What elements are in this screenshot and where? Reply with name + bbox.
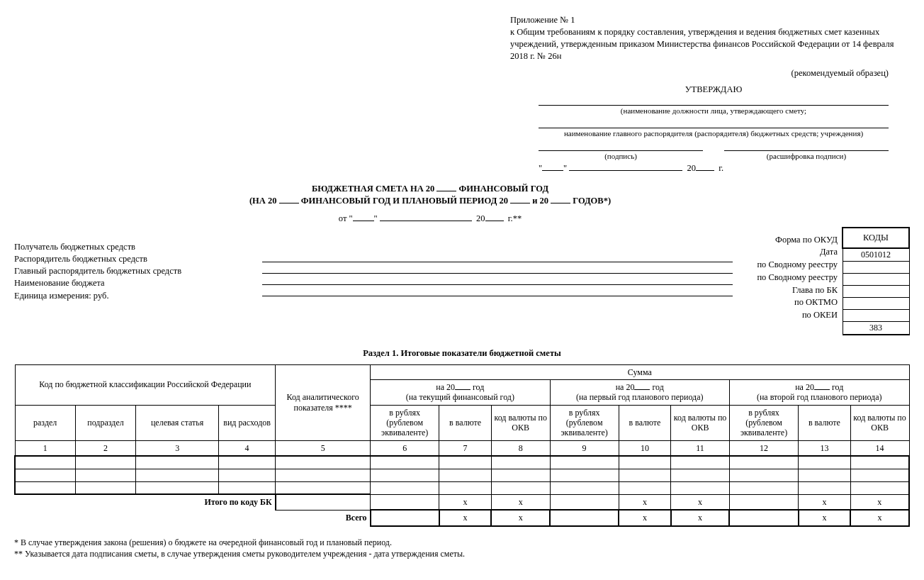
footnote-1: * В случае утверждения закона (решения) … [14,537,910,549]
colnum: 11 [671,440,730,456]
unit-label: Единица измерения: руб. [14,290,262,302]
approve-date-row: "" 20 г. [539,163,889,174]
colnum: 3 [136,440,219,456]
main-disposer-label: Главный распорядитель бюджетных средств [14,265,262,277]
disposer-label: Распорядитель бюджетных средств [14,253,262,265]
recommended-label: (рекомендуемый образец) [14,68,889,79]
budget-name-label: Наименование бюджета [14,277,262,289]
section1-title: Раздел 1. Итоговые показатели бюджетной … [14,348,910,359]
colnum: 5 [276,440,371,456]
doc-date: от "" 20 г.** [35,213,825,224]
h-year1: на 20 год(на текущий финансовый год) [371,379,550,405]
c-val1: в валюте [439,405,492,440]
code-sv1 [843,273,909,285]
appendix-line2: к Общим требованиям к порядку составлени… [510,26,910,62]
colnum: 7 [439,440,492,456]
document-title: БЮДЖЕТНАЯ СМЕТА НА 20 ФИНАНСОВЫЙ ГОД (НА… [35,184,825,224]
meta-left-labels: Получатель бюджетных средств Распорядите… [14,227,262,302]
colnum: 1 [15,440,75,456]
codes-header: КОДЫ [843,228,909,248]
code-date [843,261,909,273]
code-oktmo [843,309,909,321]
meta-fill-lines [262,227,733,296]
c-rub1: в рублях (рублевом эквиваленте) [371,405,439,440]
approve-hint2: наименование главного распорядителя (рас… [539,128,889,138]
colnum: 14 [850,440,909,456]
colnum: 6 [371,440,439,456]
colnum: 9 [550,440,619,456]
footnotes: * В случае утверждения закона (решения) … [14,537,910,561]
c-cs: целевая статья [136,405,219,440]
decode-hint: (расшифровка подписи) [724,151,889,160]
c-okv3: код валюты по ОКВ [850,405,909,440]
signature-hint: (подпись) [539,151,703,160]
colnum: 13 [799,440,851,456]
approve-block: УТВЕРЖДАЮ (наименование должности лица, … [539,84,889,174]
colnum: 2 [75,440,135,456]
code-okud: 0501012 [843,248,909,262]
h-year2: на 20 год(на первый год планового период… [550,379,729,405]
appendix-block: Приложение № 1 к Общим требованиям к пор… [510,14,910,62]
c-podrazdel: подраздел [75,405,135,440]
h-kbk: Код по бюджетной классификации Российско… [15,364,276,405]
c-val3: в валюте [799,405,851,440]
itogo-label: Итого по коду БК [15,494,276,510]
c-okv1: код валюты по ОКВ [491,405,550,440]
h-year3: на 20 год(на второй год планового период… [729,379,909,405]
footnote-2: ** Указывается дата подписания сметы, в … [14,548,910,560]
recipient-label: Получатель бюджетных средств [14,241,262,253]
approve-hint1: (наименование должности лица, утверждающ… [539,106,889,115]
c-val2: в валюте [619,405,671,440]
h-sum: Сумма [371,364,909,379]
c-razdel: раздел [15,405,75,440]
code-glava [843,297,909,309]
vsego-label: Всего [15,510,371,525]
code-sv2 [843,285,909,297]
h-anal: Код аналитического показателя **** [276,364,371,440]
colnum: 10 [619,440,671,456]
colnum: 8 [491,440,550,456]
c-rub3: в рублях (рублевом эквиваленте) [729,405,798,440]
c-rub2: в рублях (рублевом эквиваленте) [550,405,619,440]
approve-title: УТВЕРЖДАЮ [539,84,889,95]
colnum: 4 [219,440,276,456]
meta-right-labels: Форма по ОКУД Дата по Сводному реестру п… [738,227,838,322]
appendix-line1: Приложение № 1 [510,14,910,26]
main-table: Код по бюджетной классификации Российско… [14,364,910,527]
codes-box: КОДЫ 0501012 383 [842,227,910,335]
colnum: 12 [729,440,798,456]
c-vr: вид расходов [219,405,276,440]
code-okei: 383 [843,321,909,335]
c-okv2: код валюты по ОКВ [671,405,730,440]
